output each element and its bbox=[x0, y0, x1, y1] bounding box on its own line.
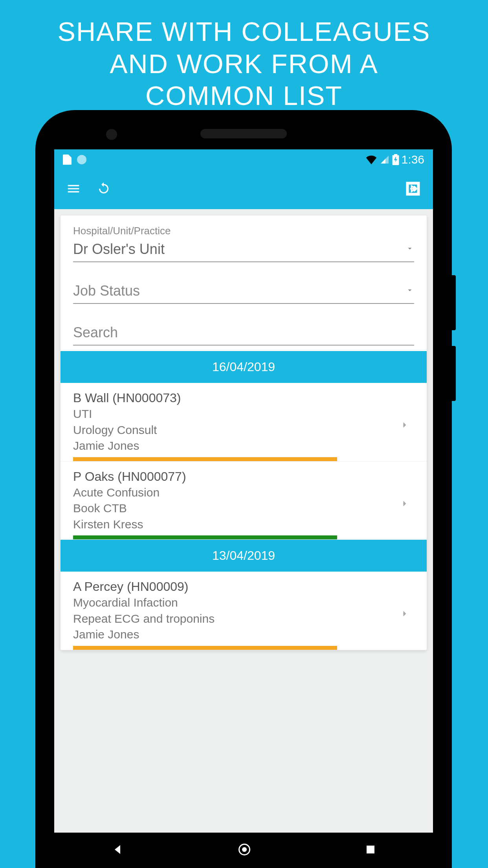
date-header: 16/04/2019 bbox=[61, 351, 427, 383]
status-bar-indicator bbox=[73, 535, 337, 539]
list-item[interactable]: P Oaks (HN000077)Acute ConfusionBook CTB… bbox=[61, 462, 427, 540]
item-task: Book CTB bbox=[73, 500, 395, 517]
back-button[interactable] bbox=[111, 843, 124, 858]
refresh-icon[interactable] bbox=[97, 182, 111, 197]
item-diagnosis: UTI bbox=[73, 406, 395, 422]
promo-line: COMMON LIST bbox=[31, 80, 457, 112]
item-task: Repeat ECG and troponins bbox=[73, 611, 395, 627]
menu-icon[interactable] bbox=[66, 181, 81, 198]
date-header: 13/04/2019 bbox=[61, 540, 427, 572]
svg-rect-4 bbox=[367, 846, 374, 853]
wifi-icon bbox=[365, 155, 377, 164]
promo-heading: SHARE WITH COLLEAGUES AND WORK FROM A CO… bbox=[0, 0, 488, 124]
chevron-right-icon bbox=[395, 419, 414, 432]
item-title: B Wall (HN000073) bbox=[73, 391, 395, 405]
unit-value: Dr Osler's Unit bbox=[73, 241, 405, 257]
job-status-dropdown[interactable]: Job Status bbox=[73, 280, 414, 304]
list-item[interactable]: A Percey (HN00009)Myocardial InfactionRe… bbox=[61, 572, 427, 650]
phone-camera bbox=[106, 129, 117, 140]
item-task: Urology Consult bbox=[73, 422, 395, 438]
svg-rect-1 bbox=[394, 154, 397, 155]
unit-dropdown[interactable]: Dr Osler's Unit bbox=[73, 239, 414, 262]
promo-line: SHARE WITH COLLEAGUES bbox=[31, 16, 457, 48]
battery-charging-icon bbox=[392, 154, 399, 165]
app-bar bbox=[54, 170, 433, 209]
phone-side-button bbox=[452, 275, 456, 330]
sd-card-icon bbox=[63, 154, 72, 165]
filter-card: Hospital/Unit/Practice Dr Osler's Unit J… bbox=[61, 215, 427, 650]
status-bar-indicator bbox=[73, 457, 337, 461]
screen: 1:36 Hospital/Unit/Practice Dr Osler's U… bbox=[54, 149, 433, 868]
item-diagnosis: Myocardial Infaction bbox=[73, 595, 395, 611]
search-field[interactable] bbox=[73, 322, 414, 346]
status-bar: 1:36 bbox=[54, 149, 433, 170]
chevron-right-icon bbox=[395, 498, 414, 511]
phone-side-button bbox=[452, 346, 456, 401]
home-button[interactable] bbox=[237, 842, 251, 858]
list-item-body: A Percey (HN00009)Myocardial InfactionRe… bbox=[73, 579, 395, 650]
phone-frame: 1:36 Hospital/Unit/Practice Dr Osler's U… bbox=[35, 110, 452, 868]
chevron-right-icon bbox=[395, 608, 414, 621]
recent-button[interactable] bbox=[365, 844, 376, 857]
item-title: P Oaks (HN000077) bbox=[73, 469, 395, 484]
svg-point-3 bbox=[242, 847, 247, 852]
list-item-body: B Wall (HN000073)UTIUrology ConsultJamie… bbox=[73, 391, 395, 461]
item-title: A Percey (HN00009) bbox=[73, 579, 395, 594]
content-area: Hospital/Unit/Practice Dr Osler's Unit J… bbox=[54, 209, 433, 833]
phone-speaker bbox=[200, 129, 287, 138]
promo-line: AND WORK FROM A bbox=[31, 48, 457, 80]
exit-icon[interactable] bbox=[405, 180, 421, 199]
unit-label: Hospital/Unit/Practice bbox=[73, 225, 414, 237]
item-assignee: Kirsten Kress bbox=[73, 517, 395, 533]
job-status-placeholder: Job Status bbox=[73, 283, 405, 299]
list-item-body: P Oaks (HN000077)Acute ConfusionBook CTB… bbox=[73, 469, 395, 540]
item-assignee: Jamie Jones bbox=[73, 627, 395, 643]
chevron-down-icon bbox=[405, 286, 414, 296]
list-item[interactable]: B Wall (HN000073)UTIUrology ConsultJamie… bbox=[61, 383, 427, 462]
sync-icon bbox=[77, 155, 86, 164]
signal-icon bbox=[380, 155, 390, 164]
status-bar-indicator bbox=[73, 646, 337, 650]
android-nav-bar bbox=[54, 833, 433, 868]
item-diagnosis: Acute Confusion bbox=[73, 485, 395, 501]
chevron-down-icon bbox=[405, 244, 414, 254]
status-time: 1:36 bbox=[402, 153, 424, 166]
item-assignee: Jamie Jones bbox=[73, 438, 395, 454]
search-input[interactable] bbox=[73, 324, 414, 341]
job-list: 16/04/2019B Wall (HN000073)UTIUrology Co… bbox=[61, 351, 427, 650]
